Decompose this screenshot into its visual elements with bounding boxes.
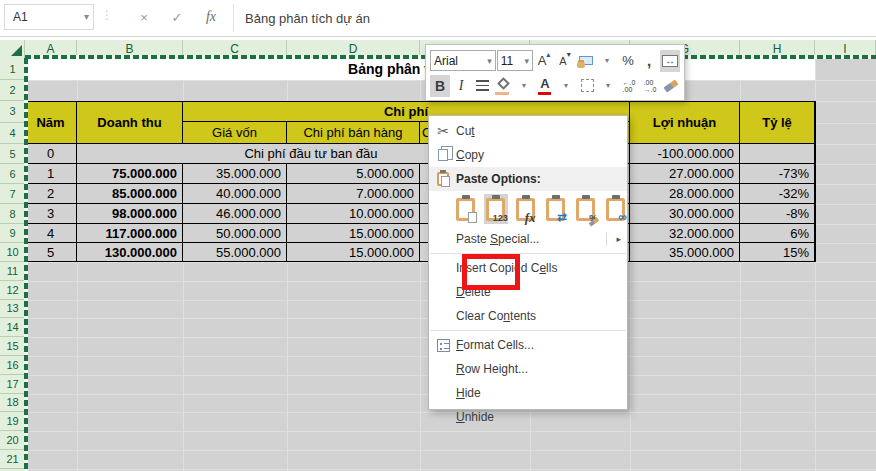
cell-initial-tyle[interactable] bbox=[740, 144, 815, 164]
cell-header-chi-phi-ban-hang[interactable]: Chi phí bán hàng bbox=[287, 122, 420, 144]
row-header-10[interactable]: 10 bbox=[0, 243, 25, 262]
cell-header-doanh-thu[interactable]: Doanh thu bbox=[77, 101, 183, 144]
name-box[interactable]: A1 ▾ bbox=[4, 4, 94, 30]
cell-ty-le-year-3[interactable]: -8% bbox=[740, 204, 815, 224]
row-header-16[interactable]: 16 bbox=[0, 356, 25, 375]
cell-a1-title[interactable]: Bảng phân tích dự án bbox=[25, 58, 815, 80]
row-header-12[interactable]: 12 bbox=[0, 281, 25, 300]
paste-transpose-icon[interactable]: ⇄ bbox=[543, 194, 567, 224]
bold-button[interactable]: B bbox=[430, 75, 450, 97]
cell-year-0[interactable]: 0 bbox=[25, 144, 77, 164]
cell-gia-von-year-5[interactable]: 55.000.000 bbox=[183, 243, 287, 262]
increase-font-icon[interactable]: A bbox=[534, 50, 554, 72]
row-header-3[interactable]: 3 bbox=[0, 101, 25, 123]
row-header-7[interactable]: 7 bbox=[0, 184, 25, 204]
menu-item-unhide[interactable]: Unhide bbox=[429, 405, 627, 429]
cell-header-gia-von[interactable]: Giá vốn bbox=[183, 122, 287, 144]
borders-dropdown[interactable]: ▾ bbox=[598, 75, 618, 97]
row-header-19[interactable]: 19 bbox=[0, 412, 25, 431]
format-painter-icon[interactable] bbox=[661, 75, 681, 97]
menu-item-row-height[interactable]: Row Height... bbox=[429, 357, 627, 381]
fill-color-dropdown[interactable]: ▾ bbox=[514, 75, 534, 97]
enter-icon[interactable]: ✓ bbox=[165, 5, 189, 29]
cell-gia-von-year-4[interactable]: 50.000.000 bbox=[183, 224, 287, 243]
cell-header-ty-le[interactable]: Tỷ lệ bbox=[740, 101, 815, 144]
font-color-dropdown[interactable]: ▾ bbox=[556, 75, 576, 97]
cell-nam-year-4[interactable]: 4 bbox=[25, 224, 77, 243]
row-headers[interactable]: 123456789101112131415161718192021 bbox=[0, 58, 25, 471]
cell-loi-nhuan-year-5[interactable]: 35.000.000 bbox=[630, 243, 740, 262]
accounting-format-icon[interactable] bbox=[576, 50, 596, 72]
cell-gia-von-year-2[interactable]: 40.000.000 bbox=[183, 184, 287, 204]
paste-formatting-icon[interactable]: % bbox=[573, 194, 597, 224]
italic-button[interactable]: I bbox=[451, 75, 471, 97]
cell-loi-nhuan-year-2[interactable]: 28.000.000 bbox=[630, 184, 740, 204]
cell-header-nam[interactable]: Năm bbox=[25, 101, 77, 144]
cell-ty-le-year-1[interactable]: -73% bbox=[740, 164, 815, 184]
row-header-17[interactable]: 17 bbox=[0, 375, 25, 394]
font-dropdown[interactable]: Arial▾ bbox=[430, 50, 496, 71]
row-header-2[interactable]: 2 bbox=[0, 80, 25, 101]
menu-item-hide[interactable]: Hide bbox=[429, 381, 627, 405]
row-header-21[interactable]: 21 bbox=[0, 450, 25, 469]
formula-input[interactable]: Bảng phân tích dự án bbox=[245, 0, 876, 36]
row-header-15[interactable]: 15 bbox=[0, 337, 25, 356]
cell-ty-le-year-4[interactable]: 6% bbox=[740, 224, 815, 243]
percent-style-button[interactable]: % bbox=[618, 50, 638, 72]
cell-loi-nhuan-year-3[interactable]: 30.000.000 bbox=[630, 204, 740, 224]
paste-values-icon[interactable]: 123 bbox=[484, 194, 508, 224]
cell-nam-year-1[interactable]: 1 bbox=[25, 164, 77, 184]
menu-item-insert-copied-cells[interactable]: Insert Copied Cells bbox=[429, 256, 627, 280]
row-header-13[interactable]: 13 bbox=[0, 300, 25, 319]
comma-style-button[interactable]: , bbox=[639, 50, 659, 72]
font-size-dropdown[interactable]: 11▾ bbox=[497, 50, 533, 71]
row-header-1[interactable]: 1 bbox=[0, 58, 25, 80]
menu-item-format-cells[interactable]: Format Cells... bbox=[429, 333, 627, 357]
menu-item-delete[interactable]: Delete bbox=[429, 280, 627, 304]
cell-ty-le-year-2[interactable]: -32% bbox=[740, 184, 815, 204]
cell-chi-phi-ban-hang-year-5[interactable]: 15.000.000 bbox=[287, 243, 420, 262]
cell-nam-year-5[interactable]: 5 bbox=[25, 243, 77, 262]
row-header-14[interactable]: 14 bbox=[0, 318, 25, 337]
menu-item-paste-special[interactable]: Paste Special... ▸ bbox=[429, 227, 627, 251]
font-color-icon[interactable]: A bbox=[535, 75, 555, 97]
autofit-width-icon[interactable]: ↔ bbox=[660, 50, 680, 72]
row-header-8[interactable]: 8 bbox=[0, 204, 25, 224]
menu-item-copy[interactable]: Copy bbox=[429, 143, 627, 167]
paste-keep-source-icon[interactable] bbox=[454, 194, 478, 224]
decrease-decimal-icon[interactable]: .00→.0 bbox=[640, 75, 660, 97]
row-header-18[interactable]: 18 bbox=[0, 394, 25, 413]
cell-loi-nhuan-year-1[interactable]: 27.000.000 bbox=[630, 164, 740, 184]
cancel-icon[interactable]: × bbox=[132, 5, 156, 29]
increase-decimal-icon[interactable]: ←.0.00 bbox=[619, 75, 639, 97]
cell-doanh-thu-year-4[interactable]: 117.000.000 bbox=[77, 224, 183, 243]
paste-link-icon[interactable]: ∞ bbox=[603, 194, 627, 224]
accounting-format-dropdown[interactable]: ▾ bbox=[597, 50, 617, 72]
cell-initial-profit[interactable]: -100.000.000 bbox=[630, 144, 740, 164]
select-all-button[interactable] bbox=[0, 40, 25, 58]
cell-ty-le-year-5[interactable]: 15% bbox=[740, 243, 815, 262]
menu-item-clear-contents[interactable]: Clear Contents bbox=[429, 304, 627, 328]
cell-doanh-thu-year-3[interactable]: 98.000.000 bbox=[77, 204, 183, 224]
cell-nam-year-3[interactable]: 3 bbox=[25, 204, 77, 224]
cell-doanh-thu-year-2[interactable]: 85.000.000 bbox=[77, 184, 183, 204]
paste-formulas-icon[interactable]: fx bbox=[514, 194, 538, 224]
cell-nam-year-2[interactable]: 2 bbox=[25, 184, 77, 204]
row-header-11[interactable]: 11 bbox=[0, 262, 25, 281]
cell-chi-phi-ban-hang-year-1[interactable]: 5.000.000 bbox=[287, 164, 420, 184]
align-icon[interactable] bbox=[472, 75, 492, 97]
fill-color-icon[interactable] bbox=[493, 75, 513, 97]
cell-gia-von-year-1[interactable]: 35.000.000 bbox=[183, 164, 287, 184]
cell-gia-von-year-3[interactable]: 46.000.000 bbox=[183, 204, 287, 224]
row-header-6[interactable]: 6 bbox=[0, 164, 25, 184]
cell-chi-phi-ban-hang-year-2[interactable]: 7.000.000 bbox=[287, 184, 420, 204]
decrease-font-icon[interactable]: A bbox=[555, 50, 575, 72]
row-header-5[interactable]: 5 bbox=[0, 144, 25, 164]
borders-icon[interactable] bbox=[577, 75, 597, 97]
row-header-4[interactable]: 4 bbox=[0, 123, 25, 145]
cell-header-loi-nhuan[interactable]: Lợi nhuận bbox=[630, 101, 740, 144]
cell-doanh-thu-year-1[interactable]: 75.000.000 bbox=[77, 164, 183, 184]
name-box-dropdown-icon[interactable]: ▾ bbox=[84, 11, 89, 22]
row-header-9[interactable]: 9 bbox=[0, 224, 25, 243]
cell-doanh-thu-year-5[interactable]: 130.000.000 bbox=[77, 243, 183, 262]
